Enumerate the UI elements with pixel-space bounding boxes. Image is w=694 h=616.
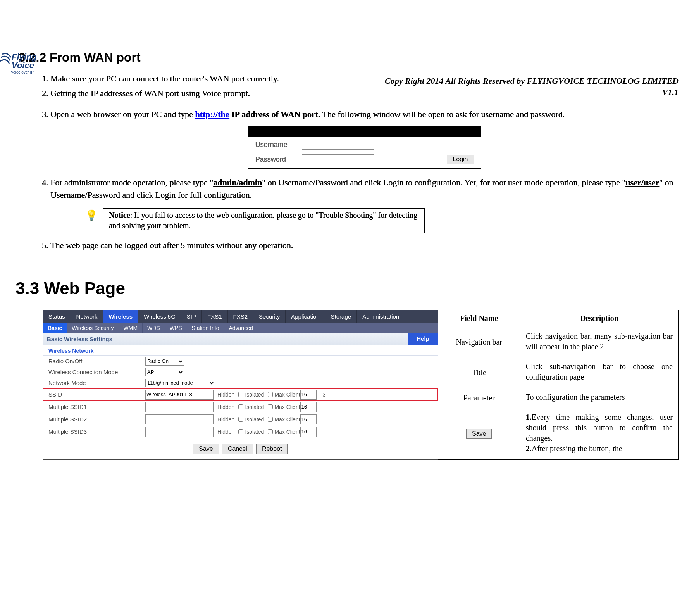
step-4-b2: user/user [625,178,659,187]
select-netmode[interactable]: 11b/g/n mixed mode [145,379,215,387]
router-ui-screenshot: Status Network Wireless Wireless 5G SIP … [43,310,438,460]
flyingvoice-logo: Flying Voice Voice over IP [0,50,54,81]
router-cancel-button[interactable]: Cancel [222,444,253,454]
step-4-b1: admin/admin [213,178,262,187]
opt-isolated3: Isolated [245,429,264,435]
input-ssid[interactable] [145,390,214,400]
subtab-station-info[interactable]: Station Info [187,323,224,333]
opt-maxclient2: Max Client [274,416,300,423]
save-desc-1b: 1. [526,413,532,421]
opt-hidden1: Hidden [217,404,234,410]
input-maxclient[interactable] [300,390,317,400]
logo-mid: Voice [12,60,34,70]
opt-isolated2: Isolated [245,416,264,423]
checkbox-hidden2[interactable] [238,417,243,422]
checkbox-hidden[interactable] [238,392,243,397]
input-mssid3[interactable] [145,427,214,437]
checkbox-hidden3[interactable] [238,429,243,434]
step-4-mid: " on Username/Password and click Login t… [262,178,625,187]
label-ssid: SSID [48,391,145,398]
subtab-wps[interactable]: WPS [165,323,187,333]
subtab-advanced[interactable]: Advanced [224,323,258,333]
save-desc-2: After pressing the button, the [532,444,622,453]
input-mssid2[interactable] [145,414,214,424]
nav-bar-sub: Basic Wireless Security WMM WDS WPS Stat… [43,323,438,333]
td-save-desc: 1.Every time making some changes, user s… [520,408,678,459]
checkbox-hidden1[interactable] [238,404,243,409]
opt-maxclient-label: Max Client [274,392,300,398]
label-mssid1: Multiple SSID1 [48,404,145,410]
td-param-desc: To configuration the parameters [520,388,678,408]
input-maxclient2[interactable] [300,414,317,424]
desc-save-button[interactable]: Save [466,429,492,439]
input-maxclient3[interactable] [300,427,317,437]
subtab-wireless-security[interactable]: Wireless Security [67,323,119,333]
opt-hidden-label: Hidden [217,392,234,398]
notice-text: : If you fail to access to the web confi… [109,211,417,230]
td-title-name: Title [438,357,520,388]
field-description-table: Field Name Description Navigation bar Cl… [438,310,679,460]
checkbox-isolated2[interactable] [268,417,273,422]
tab-security[interactable]: Security [253,310,286,323]
tab-wireless[interactable]: Wireless [103,310,139,323]
input-mssid1[interactable] [145,402,214,412]
heading-33: 3.3 Web Page [15,279,679,298]
login-titlebar [248,126,481,137]
login-button[interactable]: Login [447,155,474,164]
tab-administration[interactable]: Administration [357,310,405,323]
login-box: Username Password Login [248,126,481,169]
subtab-wmm[interactable]: WMM [119,323,143,333]
heading-322: 3.2.2 From WAN port [19,50,679,65]
checkbox-isolated[interactable] [268,392,273,397]
tab-wireless5g[interactable]: Wireless 5G [138,310,181,323]
step-3-post: The following window will be open to ask… [320,109,565,119]
select-connmode[interactable]: AP [145,368,184,376]
step-5: The web page can be logged out after 5 m… [50,239,679,252]
tab-fxs2[interactable]: FXS2 [228,310,254,323]
username-label: Username [255,140,302,150]
username-input[interactable] [302,140,374,150]
save-desc-1: Every time making some changes, user sho… [526,413,673,442]
router-reboot-button[interactable]: Reboot [256,444,288,454]
opt-maxclient3: Max Client [274,429,300,435]
nav-bar-main: Status Network Wireless Wireless 5G SIP … [43,310,438,323]
td-save-name: Save [438,408,520,459]
label-radio: Radio On/Off [48,358,145,364]
select-radio[interactable]: Radio On [145,357,184,366]
router-save-button[interactable]: Save [193,444,219,454]
opt-maxclient1: Max Client [274,404,300,410]
label-mssid3: Multiple SSID3 [48,428,145,435]
td-title-desc: Click sub-navigation bar to choose one c… [520,357,678,388]
td-navbar-name: Navigation bar [438,327,520,357]
password-input[interactable] [302,154,374,164]
tab-storage[interactable]: Storage [325,310,357,323]
step-3-bold: IP address of WAN port. [229,109,320,119]
checkbox-isolated3[interactable] [268,429,273,434]
notice-box: Notice: If you fail to access to the web… [103,208,425,233]
panel-title: Basic Wireless Settings [43,333,408,345]
checkbox-isolated1[interactable] [268,404,273,409]
notice-label: Notice [109,211,130,219]
lightbulb-icon: 💡 [85,208,96,223]
opt-hidden2: Hidden [217,416,234,423]
label-netmode: Network Mode [48,380,145,386]
tab-fxs1[interactable]: FXS1 [202,310,228,323]
subtab-wds[interactable]: WDS [143,323,165,333]
tab-network[interactable]: Network [71,310,103,323]
help-tab[interactable]: Help [408,333,438,345]
copyright-text: Copy Right 2014 All Rights Reserved by F… [385,76,679,87]
th-field-name: Field Name [438,310,520,327]
step-3: Open a web browser on your PC and type h… [50,108,679,169]
label-connmode: Wireless Connection Mode [48,369,145,375]
td-navbar-desc: Click navigation bar, many sub-navigatio… [520,327,678,357]
input-maxclient1[interactable] [300,402,317,412]
step-4-pre: For administrator mode operation, please… [50,178,213,187]
tab-application[interactable]: Application [286,310,325,323]
opt-isolated1: Isolated [245,404,264,410]
subtab-basic[interactable]: Basic [43,323,67,333]
label-mssid2: Multiple SSID2 [48,416,145,423]
tab-status[interactable]: Status [43,310,71,323]
step-3-pre: Open a web browser on your PC and type [50,109,195,119]
tab-sip[interactable]: SIP [181,310,202,323]
wan-url-link[interactable]: http://the [195,109,229,119]
